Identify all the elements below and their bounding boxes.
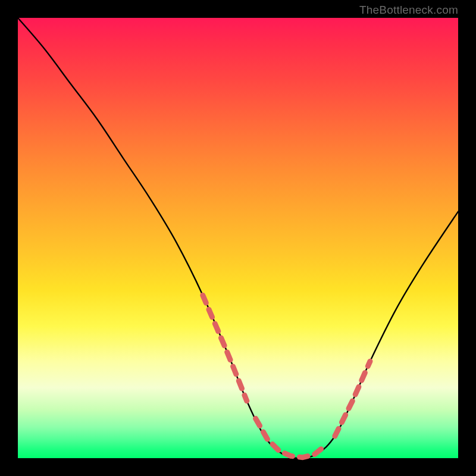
overlay-valley [256, 418, 326, 457]
plot-area [18, 18, 458, 458]
curve-layer [18, 18, 458, 458]
chart-frame: TheBottleneck.com [0, 0, 476, 476]
overlay-left [203, 295, 247, 401]
overlay-dashes [203, 295, 370, 458]
bottleneck-curve [18, 18, 458, 458]
overlay-right [335, 361, 370, 436]
source-label: TheBottleneck.com [359, 4, 458, 17]
